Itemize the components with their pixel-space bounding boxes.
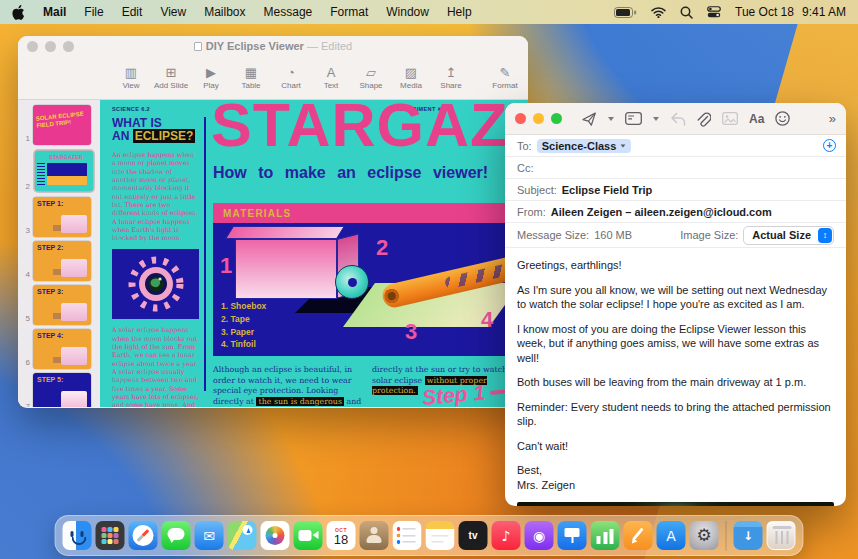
menu-item-help[interactable]: Help: [447, 5, 472, 19]
menu-item-edit[interactable]: Edit: [122, 5, 143, 19]
keynote-window-title: DIY Eclipse Viewer — Edited: [18, 40, 528, 52]
dock-notes[interactable]: [426, 521, 455, 550]
mail-toolbar[interactable]: Aa »: [505, 103, 846, 135]
dock-safari[interactable]: [129, 521, 158, 550]
dock-contacts[interactable]: [360, 521, 389, 550]
send-button[interactable]: [581, 111, 597, 127]
dock-maps[interactable]: [228, 521, 257, 550]
slide-number: 5: [20, 314, 33, 325]
dock-appstore[interactable]: A: [657, 521, 686, 550]
recipient-token[interactable]: Science-Class: [537, 139, 632, 153]
table-button[interactable]: ▦Table: [238, 66, 264, 90]
slide-thumbnail-6[interactable]: STEP 4:: [33, 329, 91, 369]
close-button[interactable]: [515, 113, 526, 124]
wifi-icon[interactable]: [651, 7, 666, 18]
menu-bar-time: 9:41 AM: [802, 5, 846, 19]
chart-button[interactable]: ◔Chart: [278, 66, 304, 90]
send-options-chevron[interactable]: [608, 117, 614, 121]
eclipse-photo-attachment[interactable]: [517, 502, 834, 506]
dock-mail[interactable]: ✉: [195, 521, 224, 550]
shoebox-lid: [225, 226, 345, 239]
slide-number: 6: [20, 358, 33, 369]
to-label: To:: [517, 140, 532, 152]
menu-bar-clock[interactable]: Tue Oct 18 9:41 AM: [735, 5, 846, 19]
menu-item-mailbox[interactable]: Mailbox: [204, 5, 245, 19]
cc-field[interactable]: Cc:: [505, 157, 846, 179]
menu-item-view[interactable]: View: [160, 5, 186, 19]
menu-item-mail[interactable]: Mail: [43, 5, 66, 19]
slide-canvas[interactable]: SCIENCE 6.2 EXPERIMENT #11 WHAT IS AN EC…: [100, 100, 528, 407]
text-button[interactable]: AText: [318, 66, 344, 90]
emoji-button[interactable]: [775, 111, 790, 126]
dock-settings[interactable]: ⚙: [690, 521, 719, 550]
keynote-titlebar[interactable]: DIY Eclipse Viewer — Edited: [18, 36, 528, 56]
slide-thumbnail-3[interactable]: STEP 1:: [33, 197, 91, 237]
dock-reminders[interactable]: [393, 521, 422, 550]
figure-number-3: 3: [405, 319, 417, 345]
dock-launchpad[interactable]: [96, 521, 125, 550]
slide-thumbnail-1[interactable]: SOLAR ECLIPSE FIELD TRIP!: [33, 105, 91, 145]
dock-facetime[interactable]: [294, 521, 323, 550]
header-fields-chevron[interactable]: [653, 117, 659, 121]
slide-thumbnail-5[interactable]: STEP 3:: [33, 285, 91, 325]
menu-item-format[interactable]: Format: [330, 5, 368, 19]
toolbar-overflow-icon[interactable]: »: [829, 111, 836, 126]
figure-number-2: 2: [376, 235, 388, 261]
desktop: Mail File Edit View Mailbox Message Form…: [0, 0, 858, 559]
add-recipient-button[interactable]: +: [823, 139, 836, 152]
from-field[interactable]: From: Aileen Zeigen – aileen.zeigen@iclo…: [505, 201, 846, 223]
dock-numbers[interactable]: [591, 521, 620, 550]
shape-button[interactable]: ▱Shape: [358, 66, 384, 90]
subject-field[interactable]: Subject: Eclipse Field Trip: [505, 179, 846, 201]
apple-menu-icon[interactable]: [12, 5, 25, 20]
dock-calendar[interactable]: OCT18: [327, 521, 356, 550]
dock-keynote[interactable]: [558, 521, 587, 550]
zoom-button[interactable]: [551, 113, 562, 124]
dock-pages[interactable]: [624, 521, 653, 550]
view-button[interactable]: ▥View: [118, 66, 144, 90]
materials-list: 1. Shoebox 2. Tape 3. Paper 4. Tinfoil: [221, 300, 266, 351]
dock-trash[interactable]: [767, 521, 796, 550]
dock-photos[interactable]: [261, 521, 290, 550]
message-size-label: Message Size:: [517, 229, 589, 241]
figure-number-4: 4: [481, 307, 493, 333]
share-button[interactable]: ↥Share: [438, 66, 464, 90]
what-is-heading: WHAT IS AN ECLIPSE?: [112, 117, 199, 144]
format-button[interactable]: ✎Format: [492, 66, 518, 90]
format-button[interactable]: Aa: [749, 112, 764, 126]
control-center-icon[interactable]: [707, 6, 721, 18]
minimize-button[interactable]: [533, 113, 544, 124]
subject-value: Eclipse Field Trip: [562, 184, 652, 196]
attach-button[interactable]: [697, 111, 711, 127]
menu-item-file[interactable]: File: [84, 5, 103, 19]
reply-icon: [670, 112, 686, 126]
dock-finder[interactable]: [63, 521, 92, 550]
search-icon[interactable]: [680, 6, 693, 19]
eclipse-paragraph-2: A solar eclipse happens when the moon bl…: [112, 326, 199, 407]
figure-number-1: 1: [220, 253, 232, 279]
body-paragraph: Both buses will be leaving from the main…: [517, 375, 834, 390]
menu-item-window[interactable]: Window: [386, 5, 429, 19]
slide-thumbnail-4[interactable]: STEP 2:: [33, 241, 91, 281]
dock-music[interactable]: ♪: [492, 521, 521, 550]
slide-number: 3: [20, 226, 33, 237]
slide-number: 1: [20, 134, 33, 145]
media-button[interactable]: ▨Media: [398, 66, 424, 90]
dock-downloads[interactable]: ↓: [734, 521, 763, 550]
play-button[interactable]: ▶Play: [198, 66, 224, 90]
add-slide-button[interactable]: ⊞Add Slide: [158, 66, 184, 90]
menu-item-message[interactable]: Message: [264, 5, 313, 19]
dock-messages[interactable]: [162, 521, 191, 550]
slide-thumbnail-2[interactable]: STARGAZER: [35, 151, 93, 191]
battery-icon[interactable]: [614, 7, 637, 18]
slide-thumbnail-7[interactable]: STEP 5:: [33, 373, 91, 407]
message-body[interactable]: Greetings, earthlings! As I'm sure you a…: [505, 248, 846, 506]
dock-podcasts[interactable]: ◉: [525, 521, 554, 550]
image-size-select[interactable]: Actual Size↕: [743, 226, 834, 245]
to-field[interactable]: To: Science-Class +: [505, 135, 846, 157]
dock-tv[interactable]: tv: [459, 521, 488, 550]
slide-number: 4: [20, 270, 33, 281]
header-fields-button[interactable]: [625, 112, 642, 125]
message-size-value: 160 MB: [594, 229, 632, 241]
chart-icon: ◔: [287, 66, 295, 80]
